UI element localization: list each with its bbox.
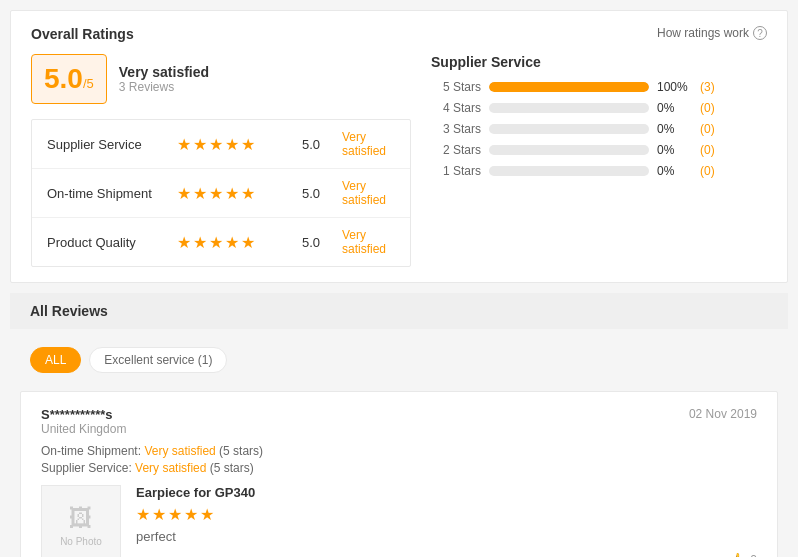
star-5: ★ [241, 135, 255, 154]
star-5: ★ [241, 233, 255, 252]
photo-icon: 🖼 [69, 504, 93, 532]
star-3: ★ [209, 135, 223, 154]
bar-track-3 [489, 124, 649, 134]
bar-track-2 [489, 145, 649, 155]
review-card: S***********s United Kingdom 02 Nov 2019… [20, 391, 778, 557]
score-supplier: 5.0 [302, 137, 342, 152]
bar-fill-5 [489, 82, 649, 92]
bar-label-2: 2 Stars [431, 143, 481, 157]
bar-row-5: 5 Stars 100% (3) [431, 80, 767, 94]
bar-count-4: (0) [700, 101, 715, 115]
product-image: 🖼 No Photo [41, 485, 121, 557]
bar-track-5 [489, 82, 649, 92]
reviewer-name: S***********s [41, 407, 126, 422]
stars-supplier: ★ ★ ★ ★ ★ [177, 135, 297, 154]
right-panel: Supplier Service 5 Stars 100% (3) 4 Star… [431, 54, 767, 267]
star-2: ★ [193, 233, 207, 252]
label-quality: Very satisfied [342, 228, 395, 256]
review-star-2: ★ [152, 505, 166, 524]
ratings-row-shipment: On-time Shipment ★ ★ ★ ★ ★ 5.0 Very sati… [32, 169, 410, 218]
bar-row-3: 3 Stars 0% (0) [431, 122, 767, 136]
review-content: Earpiece for GP340 ★ ★ ★ ★ ★ perfect 👍 0… [136, 485, 757, 557]
star-4: ★ [225, 184, 239, 203]
star-1: ★ [177, 233, 191, 252]
bar-row-2: 2 Stars 0% (0) [431, 143, 767, 157]
ratings-row-supplier: Supplier Service ★ ★ ★ ★ ★ 5.0 Very sati… [32, 120, 410, 169]
bar-count-3: (0) [700, 122, 715, 136]
service-label: Supplier Service: [41, 461, 132, 475]
star-4: ★ [225, 135, 239, 154]
star-3: ★ [209, 184, 223, 203]
reviewer-country: United Kingdom [41, 422, 126, 436]
bar-track-4 [489, 103, 649, 113]
reviewer-date: 02 Nov 2019 [689, 407, 757, 436]
bar-count-5: (3) [700, 80, 715, 94]
shipment-detail: On-time Shipment: Very satisfied (5 star… [41, 444, 757, 458]
review-star-1: ★ [136, 505, 150, 524]
left-panel: 5.0/5 Very satisfied 3 Reviews Supplier … [31, 54, 411, 267]
overall-ratings-section: Overall Ratings How ratings work ? 5.0/5… [10, 10, 788, 283]
bar-label-4: 4 Stars [431, 101, 481, 115]
shipment-label: On-time Shipment: [41, 444, 141, 458]
stars-shipment: ★ ★ ★ ★ ★ [177, 184, 297, 203]
section-title: Overall Ratings [31, 26, 134, 42]
shipment-value: Very satisfied [144, 444, 215, 458]
bar-label-5: 5 Stars [431, 80, 481, 94]
bar-percent-2: 0% [657, 143, 692, 157]
score-shipment: 5.0 [302, 186, 342, 201]
ratings-row-quality: Product Quality ★ ★ ★ ★ ★ 5.0 Very satis… [32, 218, 410, 266]
service-detail: Supplier Service: Very satisfied (5 star… [41, 461, 757, 475]
bar-percent-1: 0% [657, 164, 692, 178]
all-reviews-header: All Reviews [10, 293, 788, 329]
star-1: ★ [177, 184, 191, 203]
filter-btn-all[interactable]: ALL [30, 347, 81, 373]
question-icon: ? [753, 26, 767, 40]
cat-name-shipment: On-time Shipment [47, 186, 177, 201]
shipment-stars: (5 stars) [219, 444, 263, 458]
star-2: ★ [193, 184, 207, 203]
review-footer: 👍 0 [136, 552, 757, 557]
product-title: Earpiece for GP340 [136, 485, 757, 500]
review-body: 🖼 No Photo Earpiece for GP340 ★ ★ ★ ★ ★ … [41, 485, 757, 557]
review-star-4: ★ [184, 505, 198, 524]
like-icon[interactable]: 👍 [728, 552, 745, 557]
filter-buttons: ALL Excellent service (1) [10, 339, 788, 381]
bar-count-1: (0) [700, 164, 715, 178]
score-text: Very satisfied 3 Reviews [119, 64, 209, 94]
score-quality: 5.0 [302, 235, 342, 250]
service-value: Very satisfied [135, 461, 206, 475]
bar-track-1 [489, 166, 649, 176]
supplier-service-title: Supplier Service [431, 54, 767, 70]
star-3: ★ [209, 233, 223, 252]
filter-btn-excellent[interactable]: Excellent service (1) [89, 347, 227, 373]
no-photo-label: No Photo [60, 536, 102, 547]
review-stars: ★ ★ ★ ★ ★ [136, 505, 757, 524]
reviews-count: 3 Reviews [119, 80, 209, 94]
score-denom: /5 [83, 76, 94, 91]
bar-row-4: 4 Stars 0% (0) [431, 101, 767, 115]
bar-row-1: 1 Stars 0% (0) [431, 164, 767, 178]
how-ratings-label: How ratings work [657, 26, 749, 40]
reviewer-header: S***********s United Kingdom 02 Nov 2019 [41, 407, 757, 436]
like-count: 0 [750, 553, 757, 557]
reviewer-left: S***********s United Kingdom [41, 407, 126, 436]
all-reviews-section: All Reviews ALL Excellent service (1) S*… [10, 293, 788, 557]
star-1: ★ [177, 135, 191, 154]
review-text: perfect [136, 529, 757, 544]
star-4: ★ [225, 233, 239, 252]
reviewer-details: On-time Shipment: Very satisfied (5 star… [41, 444, 757, 475]
review-star-3: ★ [168, 505, 182, 524]
how-ratings-link[interactable]: How ratings work ? [657, 26, 767, 40]
satisfied-label: Very satisfied [119, 64, 209, 80]
star-2: ★ [193, 135, 207, 154]
bar-percent-4: 0% [657, 101, 692, 115]
label-supplier: Very satisfied [342, 130, 395, 158]
bar-percent-3: 0% [657, 122, 692, 136]
bar-count-2: (0) [700, 143, 715, 157]
cat-name-quality: Product Quality [47, 235, 177, 250]
service-stars: (5 stars) [210, 461, 254, 475]
cat-name-supplier: Supplier Service [47, 137, 177, 152]
ratings-table: Supplier Service ★ ★ ★ ★ ★ 5.0 Very sati… [31, 119, 411, 267]
review-star-5: ★ [200, 505, 214, 524]
bar-label-3: 3 Stars [431, 122, 481, 136]
